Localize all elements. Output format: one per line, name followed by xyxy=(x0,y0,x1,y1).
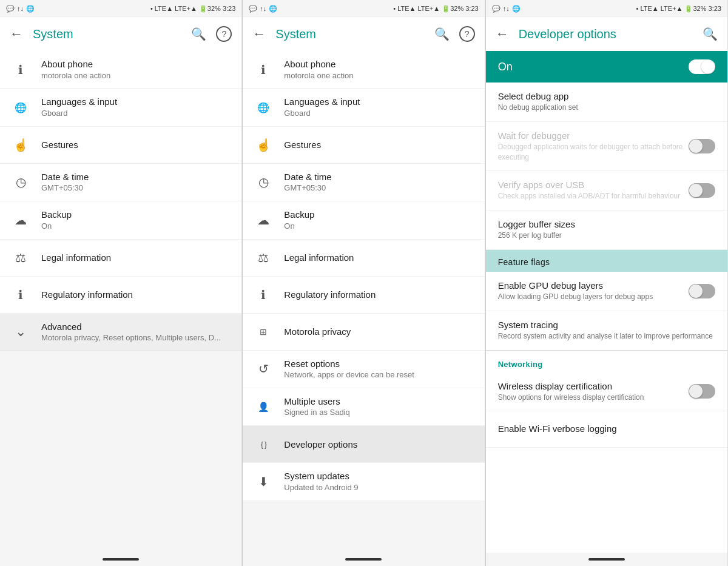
item-motorola-privacy[interactable]: ⊞ Motorola privacy xyxy=(243,314,484,351)
settings-list-2: ℹ About phone motorola one action 🌐 Lang… xyxy=(243,51,484,553)
wait-debugger-toggle[interactable] xyxy=(689,139,715,153)
dev-toggle-on[interactable] xyxy=(689,59,715,74)
language-icon-2: 🌐 xyxy=(252,96,274,118)
item-datetime-1[interactable]: ◷ Date & time GMT+05:30 xyxy=(0,164,241,201)
status-right-1: • LTE▲ LTE+▲ 🔋32% 3:23 xyxy=(150,5,235,13)
item-about-phone-1[interactable]: ℹ About phone motorola one action xyxy=(0,51,241,89)
gpu-debug-knob xyxy=(689,285,703,298)
item-subtitle-reset: Network, apps or device can be reset xyxy=(284,370,474,380)
search-button-2[interactable]: 🔍 xyxy=(434,27,450,41)
update-icon: ⬇ xyxy=(252,471,274,493)
dev-item-wait-debugger[interactable]: Wait for debugger Debugged application w… xyxy=(486,122,727,172)
status-right-2: • LTE▲ LTE+▲ 🔋32% 3:23 xyxy=(393,5,478,13)
help-button-1[interactable]: ? xyxy=(216,26,232,42)
item-title-gestures-2: Gestures xyxy=(284,139,474,151)
status-bar-1: 💬 ↑↓ 🌐 • LTE▲ LTE+▲ 🔋32% 3:23 xyxy=(0,0,241,17)
signal-info-1: • LTE▲ LTE+▲ 🔋32% 3:23 xyxy=(150,5,235,13)
dev-item-system-tracing[interactable]: System tracing Record system activity an… xyxy=(486,311,727,351)
page-title-2: System xyxy=(275,27,424,41)
item-subtitle-about-1: motorola one action xyxy=(41,71,232,81)
help-button-2[interactable]: ? xyxy=(459,26,475,42)
item-system-updates[interactable]: ⬇ System updates Updated to Android 9 xyxy=(243,463,484,500)
back-button-3[interactable]: ← xyxy=(496,26,509,42)
sync-icon: ↑↓ xyxy=(17,5,24,12)
dev-item-title-select-debug: Select debug app xyxy=(498,91,715,101)
dev-item-verify-usb[interactable]: Verify apps over USB Check apps installe… xyxy=(486,171,727,211)
verify-usb-knob xyxy=(689,184,703,197)
item-title-lang-1: Languages & input xyxy=(41,96,232,108)
dev-item-title-gpu-debug: Enable GPU debug layers xyxy=(498,280,689,291)
item-title-lang-2: Languages & input xyxy=(284,96,474,108)
globe-icon-2: 🌐 xyxy=(269,5,277,13)
item-title-about-2: About phone xyxy=(284,58,474,70)
status-bar-3: 💬 ↑↓ 🌐 • LTE▲ LTE+▲ 🔋32% 3:23 xyxy=(486,0,727,17)
item-about-phone-2[interactable]: ℹ About phone motorola one action xyxy=(243,51,484,89)
item-legal-1[interactable]: ⚖ Legal information xyxy=(0,240,241,277)
datetime-icon-1: ◷ xyxy=(10,171,32,193)
dev-item-wifi-verbose[interactable]: Enable Wi-Fi verbose logging xyxy=(486,411,727,448)
dev-item-gpu-debug[interactable]: Enable GPU debug layers Allow loading GP… xyxy=(486,272,727,311)
dev-item-title-logger: Logger buffer sizes xyxy=(498,219,715,229)
bottom-bar-2 xyxy=(243,553,484,566)
advanced-chevron-icon-1: ⌄ xyxy=(10,321,32,343)
item-advanced-1[interactable]: ⌄ Advanced Motorola privacy, Reset optio… xyxy=(0,314,241,351)
status-left-3: 💬 ↑↓ 🌐 xyxy=(492,5,521,13)
dev-item-subtitle-tracing: Record system activity and analyse it la… xyxy=(498,331,715,342)
item-developer-options[interactable]: { } Developer options xyxy=(243,426,484,463)
item-languages-2[interactable]: 🌐 Languages & input Gboard xyxy=(243,89,484,126)
page-title-3: Developer options xyxy=(519,27,693,41)
whatsapp-icon: 💬 xyxy=(6,5,15,13)
backup-icon-2: ☁ xyxy=(252,209,274,231)
item-backup-1[interactable]: ☁ Backup On xyxy=(0,201,241,239)
motorola-icon: ⊞ xyxy=(252,321,274,343)
item-title-reset: Reset options xyxy=(284,358,474,370)
item-gestures-2[interactable]: ☝ Gestures xyxy=(243,127,484,164)
item-reset-options[interactable]: ↺ Reset options Network, apps or device … xyxy=(243,351,484,388)
item-regulatory-1[interactable]: ℹ Regulatory information xyxy=(0,277,241,314)
sync-icon-2: ↑↓ xyxy=(260,5,266,12)
panel-developer-options: 💬 ↑↓ 🌐 • LTE▲ LTE+▲ 🔋32% 3:23 ← Develope… xyxy=(486,0,728,566)
whatsapp-icon-2: 💬 xyxy=(249,5,257,13)
item-languages-1[interactable]: 🌐 Languages & input Gboard xyxy=(0,89,241,126)
item-title-datetime-1: Date & time xyxy=(41,171,232,183)
dev-on-bar[interactable]: On xyxy=(486,51,727,83)
dev-item-title-wifi-verbose: Enable Wi-Fi verbose logging xyxy=(498,423,715,434)
item-gestures-1[interactable]: ☝ Gestures xyxy=(0,127,241,164)
item-title-updates: System updates xyxy=(284,470,474,482)
wireless-display-toggle[interactable] xyxy=(689,384,715,399)
wait-debugger-knob xyxy=(689,140,703,153)
section-header-feature-flags: Feature flags xyxy=(486,250,727,272)
dev-icon: { } xyxy=(252,433,274,455)
gpu-debug-toggle[interactable] xyxy=(689,284,715,298)
item-backup-2[interactable]: ☁ Backup On xyxy=(243,201,484,239)
dev-item-select-debug[interactable]: Select debug app No debug application se… xyxy=(486,83,727,122)
item-regulatory-2[interactable]: ℹ Regulatory information xyxy=(243,277,484,314)
globe-icon-3: 🌐 xyxy=(512,5,521,13)
signal-info-3: • LTE▲ LTE+▲ 🔋32% 3:23 xyxy=(636,5,721,13)
search-button-1[interactable]: 🔍 xyxy=(191,27,206,41)
item-title-advanced-1: Advanced xyxy=(41,321,232,333)
item-title-datetime-2: Date & time xyxy=(284,171,474,183)
dev-item-subtitle-logger: 256 K per log buffer xyxy=(498,231,715,241)
networking-label: Networking xyxy=(498,360,543,369)
item-multiple-users[interactable]: 👤 Multiple users Signed in as Sadiq xyxy=(243,388,484,426)
search-button-3[interactable]: 🔍 xyxy=(703,27,718,41)
sync-icon-3: ↑↓ xyxy=(503,5,510,12)
back-button-1[interactable]: ← xyxy=(10,26,23,42)
dev-item-title-wireless: Wireless display certification xyxy=(498,381,689,391)
top-bar-3: ← Developer options 🔍 xyxy=(486,17,727,51)
item-datetime-2[interactable]: ◷ Date & time GMT+05:30 xyxy=(243,164,484,201)
back-button-2[interactable]: ← xyxy=(252,26,266,42)
item-legal-2[interactable]: ⚖ Legal information xyxy=(243,240,484,277)
item-subtitle-datetime-2: GMT+05:30 xyxy=(284,183,474,194)
dev-item-subtitle-wireless: Show options for wireless display certif… xyxy=(498,392,689,403)
dev-item-logger-buffer[interactable]: Logger buffer sizes 256 K per log buffer xyxy=(486,211,727,250)
gesture-icon-2: ☝ xyxy=(252,134,274,156)
section-header-networking: Networking xyxy=(486,351,727,372)
top-bar-2: ← System 🔍 ? xyxy=(243,17,484,51)
wireless-display-knob xyxy=(689,385,703,398)
item-subtitle-users: Signed in as Sadiq xyxy=(284,408,474,418)
verify-usb-toggle[interactable] xyxy=(689,183,715,198)
dev-item-wireless-display[interactable]: Wireless display certification Show opti… xyxy=(486,372,727,412)
language-icon-1: 🌐 xyxy=(10,96,32,118)
